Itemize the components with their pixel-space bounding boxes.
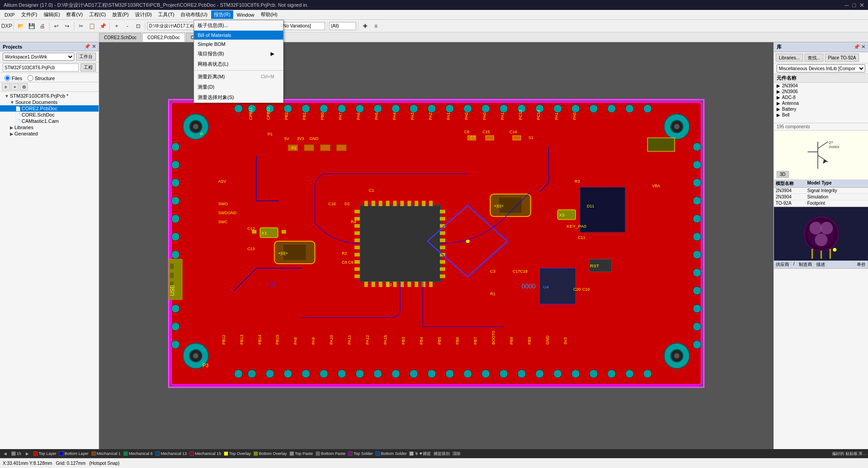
search-button[interactable]: 查找... xyxy=(805,54,823,62)
libraries-button[interactable]: Libraries... xyxy=(776,54,803,62)
pcb-canvas[interactable]: USB xyxy=(99,42,773,449)
panel-close-icon[interactable]: ✕ xyxy=(92,44,96,50)
menu-project[interactable]: 工程(C) xyxy=(86,10,108,19)
panel-pin-right[interactable]: 📌 xyxy=(854,44,860,50)
tb-redo[interactable]: ↪ xyxy=(62,21,72,31)
comp-antenna[interactable]: ▶ Antenna xyxy=(774,100,868,106)
files-tab[interactable]: Files xyxy=(3,74,24,82)
layer-nav-right[interactable]: ► xyxy=(24,451,31,456)
tb-copy[interactable]: 📋 xyxy=(87,21,97,31)
tree-pcbdoc[interactable]: 📄 CORE2.PcbDoc xyxy=(0,105,99,112)
model-row-3[interactable]: TO-92A Footprint xyxy=(774,200,868,207)
tb-open[interactable]: 📂 xyxy=(16,21,26,31)
layer-mech13[interactable]: Mechanical 13 xyxy=(155,451,187,456)
tb-print[interactable]: 🖨 xyxy=(37,21,47,31)
structure-tab[interactable]: Structure xyxy=(26,74,57,82)
menu-net-status[interactable]: 网格表状态(L) xyxy=(194,59,283,69)
layer-mech1[interactable]: Mechanical 1 xyxy=(91,451,121,456)
tb-fit[interactable]: ⊡ xyxy=(133,21,143,31)
menu-autoroute[interactable]: 自动布线(U) xyxy=(178,10,210,19)
menu-measure-selected[interactable]: 测量选择对象(S) xyxy=(194,92,283,103)
comp-bell[interactable]: ▶ Bell xyxy=(774,112,868,118)
tb-zoom-out[interactable]: - xyxy=(122,21,132,31)
tab-schDoc[interactable]: CORE2.SchDoc xyxy=(99,33,141,42)
layer-top-solder[interactable]: Top Solder xyxy=(348,451,373,456)
layer-mech15[interactable]: Mechanical 15 xyxy=(190,451,221,456)
layer-clear[interactable]: 清除 xyxy=(452,451,461,457)
all-input[interactable]: (All) xyxy=(329,22,356,30)
panel-pin[interactable]: 📌 xyxy=(84,44,90,50)
layer-nav-left[interactable]: ◄ xyxy=(2,451,9,456)
workspace-dropdown[interactable]: Workspace1.DsnWrk xyxy=(3,53,74,61)
tb-dxp[interactable]: DXP xyxy=(2,21,12,31)
tb-paste[interactable]: 📌 xyxy=(98,21,108,31)
model-row-1[interactable]: 2N3904 Signal Integrity xyxy=(774,188,868,194)
comp-battery[interactable]: ▶ Battery xyxy=(774,106,868,112)
tree-libraries[interactable]: ▶ Libraries xyxy=(0,124,99,130)
menu-design[interactable]: 设计(D) xyxy=(132,10,154,19)
menu-measure[interactable]: 测量(D) xyxy=(194,82,283,92)
projects-header: Projects 📌 ✕ xyxy=(0,42,99,51)
model-row-2[interactable]: 2N3904 Simulation xyxy=(774,194,868,200)
menu-board-info[interactable]: 板子信息(B)... xyxy=(194,20,283,31)
workspace-btn[interactable]: 工作台 xyxy=(76,53,96,61)
tree-generated[interactable]: ▶ Generated xyxy=(0,130,99,137)
layer-top-paste[interactable]: Top Paste xyxy=(289,451,313,456)
place-button[interactable]: Place TO-92A xyxy=(825,54,859,62)
library-select[interactable]: Miscellaneous Devices.IntLib [Compor xyxy=(777,64,865,72)
close-button[interactable]: ✕ xyxy=(859,2,864,9)
menu-help[interactable]: 帮助(H) xyxy=(258,10,280,19)
layer-bottom-solder[interactable]: Bottom Solder xyxy=(375,451,407,456)
panel-close-right[interactable]: ✕ xyxy=(861,44,865,50)
tree-settings-btn[interactable]: ⚙ xyxy=(20,83,28,90)
svg-rect-87 xyxy=(170,264,174,269)
layer-bottom-paste[interactable]: Bottom Paste xyxy=(316,451,345,456)
menu-view[interactable]: 察看(V) xyxy=(63,10,86,19)
layer-top-overlay[interactable]: Top Overlay xyxy=(224,451,251,456)
3d-view-button[interactable]: 3D xyxy=(777,171,789,178)
project-btn[interactable]: 工程 xyxy=(81,63,96,72)
comp-2n3904[interactable]: ▶ 2N3904 xyxy=(774,83,868,89)
menu-edit[interactable]: 编辑(E) xyxy=(41,10,63,19)
tb-zoom-in[interactable]: + xyxy=(112,21,122,31)
tree-source-docs[interactable]: ▼ Source Documents xyxy=(0,99,99,105)
menu-reports[interactable]: 报告(R) xyxy=(211,10,233,19)
menu-measure-distance[interactable]: 测量距离(M) Ctrl+M xyxy=(194,72,283,82)
menu-dxp[interactable]: DXP xyxy=(2,11,18,18)
tree-camtastic[interactable]: 📄 CAMtastic1.Cam xyxy=(0,118,99,124)
menu-simple-bom[interactable]: Simple BOM xyxy=(194,40,283,49)
layer-bottom[interactable]: Bottom Layer xyxy=(59,451,89,456)
layer-15[interactable]: 15 xyxy=(11,451,21,456)
menu-bill-of-materials[interactable]: Bill of Materials xyxy=(194,31,283,40)
svg-rect-111 xyxy=(429,282,433,287)
comp-adc8[interactable]: ▶ ADC-8 xyxy=(774,94,868,100)
tb-more[interactable]: ≡ xyxy=(371,21,381,31)
project-name-input[interactable] xyxy=(3,63,79,72)
layer-extra1[interactable]: 🖱▼捕捉 xyxy=(409,451,431,457)
tree-expand-btn[interactable]: + xyxy=(11,83,19,90)
tb-save[interactable]: 💾 xyxy=(27,21,36,31)
tree-project-root[interactable]: ▼ STM32F103C8T6.PrjPcb * xyxy=(0,93,99,99)
tb-cut[interactable]: ✂ xyxy=(76,21,86,31)
maximize-button[interactable]: □ xyxy=(852,2,856,9)
variations-input[interactable]: [No Variations] xyxy=(280,22,325,30)
menu-tools[interactable]: 工具(T) xyxy=(155,10,177,19)
layer-snap-level[interactable]: 捕捉级别 xyxy=(434,451,450,457)
minimize-button[interactable]: ─ xyxy=(845,2,849,9)
menu-window[interactable]: Window xyxy=(234,11,257,18)
tb-cross[interactable]: ✚ xyxy=(360,21,370,31)
menu-file[interactable]: 文件(F) xyxy=(18,10,40,19)
layer-top[interactable]: Top Layer xyxy=(33,451,57,456)
layer-mech6[interactable]: Mechanical 6 xyxy=(123,451,153,456)
tab-pcbDoc[interactable]: CORE2.PcbDoc xyxy=(142,33,185,42)
svg-text:PA3: PA3 xyxy=(410,112,415,120)
tree-collapse-btn[interactable]: ≡ xyxy=(2,83,10,90)
tree-schdoc[interactable]: 📄 CORE.SchDoc xyxy=(0,112,99,118)
layer-bottom-overlay[interactable]: Bottom Overlay xyxy=(253,451,287,456)
menu-place[interactable]: 放置(P) xyxy=(109,10,131,19)
menu-project-reports[interactable]: 项目报告(B) ▶ xyxy=(194,49,283,59)
comp-2n3906[interactable]: ▶ 2N3906 xyxy=(774,89,868,94)
tb-undo[interactable]: ↩ xyxy=(51,21,61,31)
layer-favorites[interactable]: 偏好的 贴贴板 库... xyxy=(832,451,866,457)
svg-rect-106 xyxy=(393,282,397,287)
